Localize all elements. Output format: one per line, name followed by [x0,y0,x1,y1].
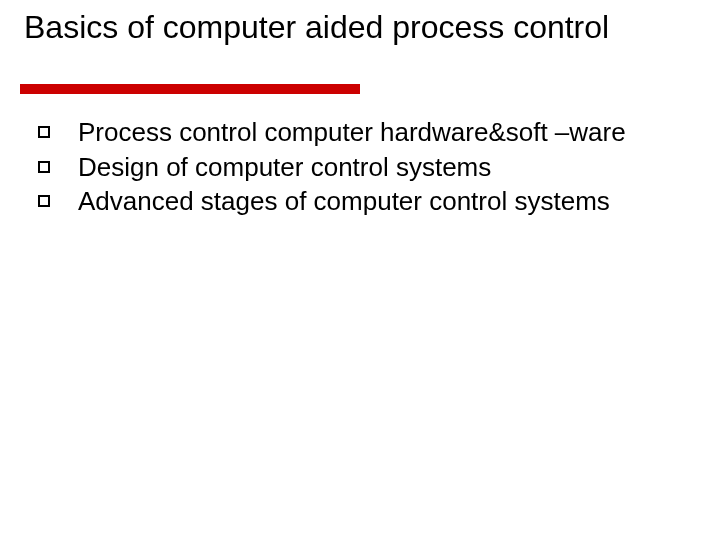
bullet-text: Design of computer control systems [78,151,491,184]
square-bullet-icon [38,126,50,138]
divider-bar [20,84,360,94]
bullet-text: Process control computer hardware&soft –… [78,116,626,149]
bullet-text: Advanced stages of computer control syst… [78,185,610,218]
square-bullet-icon [38,195,50,207]
slide-title: Basics of computer aided process control [24,8,696,46]
list-item: Process control computer hardware&soft –… [38,116,696,149]
list-item: Design of computer control systems [38,151,696,184]
slide-container: Basics of computer aided process control… [0,0,720,540]
bullet-list: Process control computer hardware&soft –… [24,116,696,218]
list-item: Advanced stages of computer control syst… [38,185,696,218]
square-bullet-icon [38,161,50,173]
